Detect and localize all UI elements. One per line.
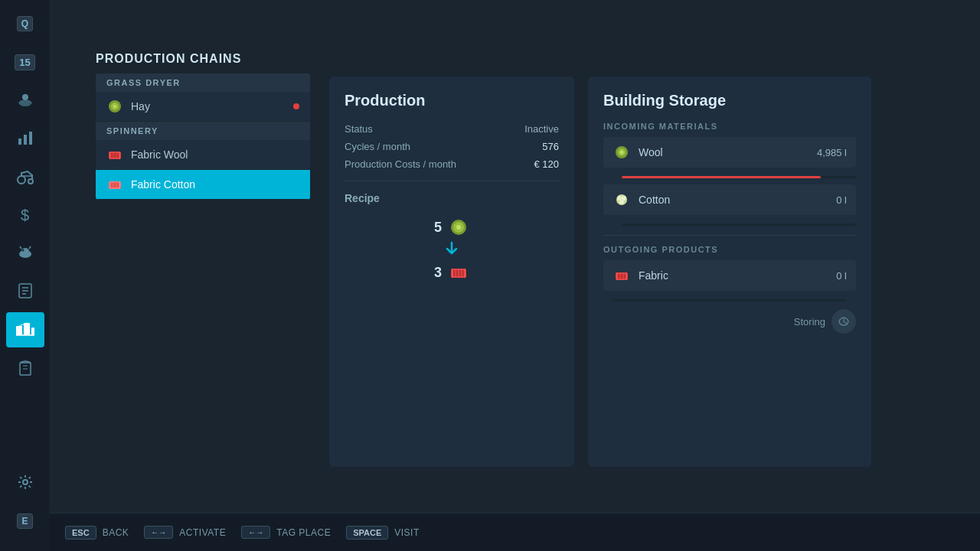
key-action-tagplace: ←→ TAG PLACE	[241, 526, 331, 539]
tractor-icon	[15, 168, 35, 187]
svg-point-25	[113, 105, 116, 108]
stat-cycles-value: 576	[542, 141, 559, 152]
fabric-name: Fabric	[639, 269, 828, 282]
hay-icon	[106, 98, 123, 115]
svg-point-52	[617, 196, 622, 201]
production-panel: Production Status Inactive Cycles / mont…	[329, 77, 574, 467]
recipe-arrow	[444, 241, 459, 259]
svg-rect-16	[31, 328, 34, 335]
sidebar-item-stats[interactable]	[6, 121, 44, 156]
sidebar-item-calendar[interactable]: 15	[6, 44, 44, 80]
storage-item-wool-wrapper: Wool 4,985 l	[603, 137, 856, 178]
recipe-output-count: 3	[434, 265, 442, 281]
key-action-esc: ESC BACK	[65, 526, 129, 540]
sidebar-item-production[interactable]	[6, 312, 44, 347]
storing-icon	[831, 309, 856, 334]
chain-list: GRASS DRYER Hay SPINNERY	[96, 73, 310, 200]
svg-point-9	[21, 249, 24, 251]
svg-rect-56	[617, 274, 626, 279]
storage-item-wool: Wool 4,985 l	[603, 137, 856, 168]
label-back: BACK	[103, 527, 129, 538]
stats-icon	[17, 129, 34, 148]
settings-icon	[17, 474, 34, 493]
cotton-name: Cotton	[639, 194, 828, 206]
wool-icon	[612, 143, 631, 161]
fabric-cotton-label: Fabric Cotton	[131, 178, 195, 191]
stat-costs-label: Production Costs / month	[345, 158, 456, 170]
stat-cycles: Cycles / month 576	[345, 141, 559, 152]
animals-icon	[15, 244, 35, 263]
fabric-wool-icon	[106, 146, 123, 163]
wool-name: Wool	[639, 146, 809, 158]
storage-item-fabric: Fabric 0 l	[603, 260, 856, 291]
storage-divider	[603, 235, 856, 236]
sidebar-item-animals[interactable]	[6, 236, 44, 271]
svg-rect-2	[18, 139, 21, 145]
fabric-wool-label: Fabric Wool	[131, 148, 188, 161]
chain-item-fabric-wool[interactable]: Fabric Wool	[96, 140, 310, 170]
building-storage-panel: Building Storage INCOMING MATERIALS Wool…	[588, 77, 871, 467]
bottom-bar: ESC BACK ←→ ACTIVATE ←→ TAG PLACE SPACE …	[50, 513, 980, 551]
silo-icon	[17, 358, 34, 379]
svg-point-54	[619, 200, 624, 204]
cotton-amount: 0 l	[836, 194, 847, 206]
recipe-area: 5 3	[345, 217, 559, 283]
key-tagplace[interactable]: ←→	[241, 526, 270, 539]
key-activate[interactable]: ←→	[144, 526, 173, 539]
svg-point-5	[18, 176, 25, 184]
label-tagplace: TAG PLACE	[276, 527, 331, 538]
cotton-progress-container	[622, 223, 856, 226]
sidebar-item-weather[interactable]	[6, 83, 44, 118]
production-chains-title: PRODUCTION CHAINS	[96, 52, 310, 66]
wool-amount: 4,985 l	[817, 147, 847, 158]
production-divider	[345, 181, 559, 181]
storing-row: Storing	[603, 309, 856, 334]
sidebar-item-settings[interactable]	[6, 465, 44, 500]
sidebar-item-contracts[interactable]	[6, 274, 44, 309]
label-visit: VISIT	[394, 527, 420, 538]
recipe-wool-icon	[448, 217, 469, 238]
hay-status-dot	[293, 103, 299, 109]
wool-progress-bar	[622, 176, 821, 178]
key-action-visit: SPACE VISIT	[346, 526, 420, 540]
sidebar-item-tractor[interactable]	[6, 159, 44, 194]
svg-point-50	[620, 151, 624, 155]
production-title: Production	[345, 92, 559, 109]
svg-point-40	[456, 225, 461, 230]
fabric-icon	[612, 266, 631, 285]
storing-label: Storing	[794, 316, 825, 328]
stat-status-value: Inactive	[524, 123, 559, 135]
svg-rect-15	[24, 323, 30, 335]
recipe-title: Recipe	[345, 192, 559, 204]
sidebar-item-silo[interactable]	[6, 350, 44, 386]
key-esc[interactable]: ESC	[65, 526, 96, 540]
svg-rect-14	[16, 326, 22, 335]
recipe-fabric-icon	[448, 262, 469, 283]
sidebar-item-q[interactable]: Q	[6, 6, 44, 41]
stat-status-label: Status	[345, 123, 373, 135]
key-visit[interactable]: SPACE	[346, 526, 388, 540]
stat-cycles-label: Cycles / month	[345, 141, 410, 152]
svg-point-22	[23, 480, 28, 484]
sidebar-item-money[interactable]: $	[6, 197, 44, 233]
recipe-output: 3	[434, 262, 469, 283]
chain-item-hay[interactable]: Hay	[96, 92, 310, 122]
svg-point-53	[622, 196, 626, 201]
fabric-progress-container	[612, 299, 847, 302]
storage-item-cotton: Cotton 0 l	[603, 184, 856, 215]
svg-point-0	[22, 94, 28, 100]
building-storage-title: Building Storage	[603, 92, 856, 109]
key-action-activate: ←→ ACTIVATE	[144, 526, 226, 539]
contracts-icon	[17, 282, 34, 302]
label-activate: ACTIVATE	[179, 527, 226, 538]
fabric-amount: 0 l	[836, 270, 847, 282]
stat-costs-value: € 120	[534, 158, 559, 170]
svg-rect-33	[110, 183, 119, 187]
hay-label: Hay	[131, 100, 150, 112]
chain-item-fabric-cotton[interactable]: Fabric Cotton	[96, 170, 310, 200]
stat-costs: Production Costs / month € 120	[345, 158, 559, 170]
stat-status: Status Inactive	[345, 123, 559, 135]
svg-point-1	[19, 100, 31, 106]
sidebar-item-e[interactable]: E	[6, 504, 44, 539]
incoming-materials-label: INCOMING MATERIALS	[603, 122, 856, 131]
